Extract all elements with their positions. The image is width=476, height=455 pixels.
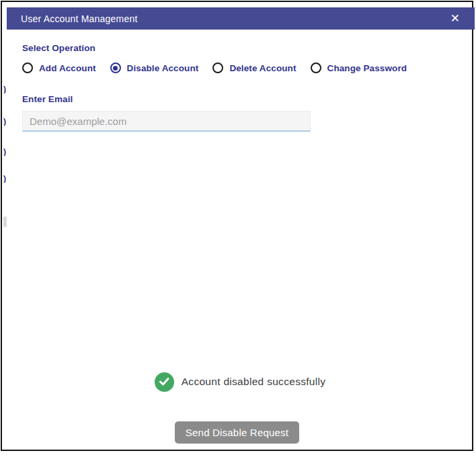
left-edge-artifact: ) bbox=[3, 118, 9, 126]
enter-email-label: Enter Email bbox=[22, 94, 73, 104]
dialog-title: User Account Management bbox=[7, 13, 137, 24]
dialog-titlebar: User Account Management ✕ bbox=[7, 7, 475, 30]
radio-circle-icon[interactable] bbox=[22, 63, 33, 73]
window-frame: User Account Management ✕ Select Operati… bbox=[1, 1, 473, 451]
left-edge-artifact: ) bbox=[3, 85, 9, 93]
radio-label: Add Account bbox=[39, 63, 96, 73]
radio-circle-icon[interactable] bbox=[212, 63, 223, 73]
check-circle-icon bbox=[155, 372, 174, 392]
radio-label: Disable Account bbox=[127, 63, 199, 73]
radio-option-change-password[interactable]: Change Password bbox=[311, 63, 407, 73]
radio-circle-icon[interactable] bbox=[110, 63, 121, 73]
radio-label: Change Password bbox=[327, 63, 407, 73]
select-operation-label: Select Operation bbox=[22, 43, 95, 53]
status-message: Account disabled successfully bbox=[182, 376, 326, 388]
operation-radio-group: Add Account Disable Account Delete Accou… bbox=[22, 61, 407, 75]
radio-label: Delete Account bbox=[229, 63, 296, 73]
radio-option-add-account[interactable]: Add Account bbox=[22, 63, 96, 73]
status-message-row: Account disabled successfully bbox=[2, 371, 476, 392]
left-edge-artifact bbox=[3, 216, 7, 227]
radio-option-disable-account[interactable]: Disable Account bbox=[110, 63, 199, 73]
screenshot-canvas: User Account Management ✕ Select Operati… bbox=[0, 0, 476, 455]
close-icon[interactable]: ✕ bbox=[450, 7, 460, 30]
left-edge-artifact: ) bbox=[3, 175, 9, 183]
send-disable-request-button[interactable]: Send Disable Request bbox=[175, 421, 299, 444]
left-edge-artifact: ) bbox=[3, 148, 9, 156]
email-input[interactable] bbox=[22, 111, 311, 132]
radio-option-delete-account[interactable]: Delete Account bbox=[212, 63, 296, 73]
radio-circle-icon[interactable] bbox=[311, 63, 321, 73]
